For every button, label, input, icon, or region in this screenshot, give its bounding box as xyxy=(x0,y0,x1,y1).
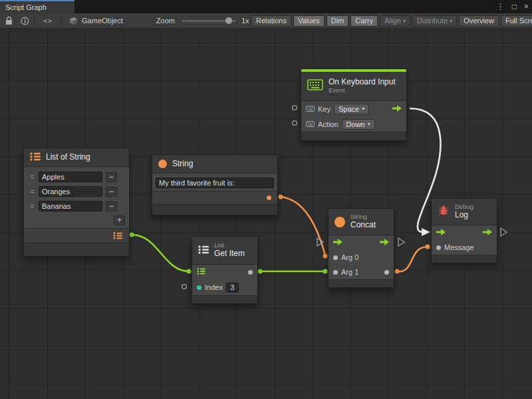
remove-item-button[interactable]: − xyxy=(106,201,117,211)
node-title: String xyxy=(172,160,193,169)
wire-string-to-concat[interactable] xyxy=(281,197,325,255)
keycode-type-icon xyxy=(306,120,315,128)
drag-handle-icon[interactable]: = xyxy=(29,202,35,210)
node-header: On Keyboard Input Event xyxy=(301,72,406,101)
graph-canvas[interactable]: On Keyboard Input Event Key Space ▾ Acti… xyxy=(0,29,532,399)
carry-button[interactable]: Carry xyxy=(350,15,378,27)
zoom-label: Zoom xyxy=(156,17,175,25)
add-row: + xyxy=(29,214,125,226)
node-debug-log[interactable]: Debug Log Message xyxy=(431,198,497,263)
flow-out-port[interactable] xyxy=(380,239,389,247)
key-dropdown[interactable]: Space ▾ xyxy=(334,104,369,114)
drag-handle-icon[interactable]: = xyxy=(29,173,35,181)
chevron-down-icon: ▾ xyxy=(362,106,364,112)
index-row: Index xyxy=(192,279,257,295)
node-footer xyxy=(329,279,394,287)
maximize-icon[interactable]: □ xyxy=(512,2,517,11)
list-item-input[interactable] xyxy=(39,201,102,211)
remove-item-button[interactable]: − xyxy=(106,187,117,197)
zoom-slider[interactable] xyxy=(182,16,236,25)
wire-knob-icon xyxy=(279,195,283,200)
list-icon xyxy=(198,245,209,257)
port-index-input[interactable] xyxy=(182,285,187,289)
flow-out-port[interactable] xyxy=(392,105,402,113)
node-header: List Get Item xyxy=(192,237,257,265)
node-on-keyboard-input[interactable]: On Keyboard Input Event Key Space ▾ Acti… xyxy=(301,68,407,141)
list-item-input[interactable] xyxy=(39,186,102,197)
port-log-flow-out[interactable] xyxy=(501,228,507,236)
list-output-port[interactable] xyxy=(113,230,122,242)
node-get-item[interactable]: List Get Item Index xyxy=(192,236,258,304)
list-item-input[interactable] xyxy=(39,172,102,182)
action-dropdown[interactable]: Down ▾ xyxy=(342,119,375,130)
toolbar-separator xyxy=(61,16,62,25)
arg0-input-port[interactable] xyxy=(333,255,338,260)
wire-concat-to-log[interactable] xyxy=(397,247,428,271)
wire-list-to-getitem[interactable] xyxy=(132,235,189,271)
string-output-port[interactable] xyxy=(267,196,271,200)
close-icon[interactable]: × xyxy=(524,2,529,11)
flow-in-port[interactable] xyxy=(333,239,342,247)
node-subtitle: Event xyxy=(329,87,396,94)
list-io-row xyxy=(192,265,257,279)
node-string-concat[interactable]: String Concat Arg 0 Arg 1 xyxy=(328,208,394,288)
result-output-port[interactable] xyxy=(384,270,389,275)
index-label: Index xyxy=(205,283,223,291)
lock-icon[interactable] xyxy=(5,17,13,25)
toolbar-buttons: Relations Values Dim Carry Align▾ Distri… xyxy=(249,15,532,27)
port-concat-flow-out[interactable] xyxy=(398,238,404,246)
index-input[interactable] xyxy=(226,283,239,293)
fullscreen-button[interactable]: Full Screen xyxy=(501,15,532,27)
node-title: Concat xyxy=(350,221,376,230)
bug-icon xyxy=(438,205,450,219)
port-action-input[interactable] xyxy=(293,121,297,126)
node-footer xyxy=(152,204,277,215)
overview-button[interactable]: Overview xyxy=(459,15,499,27)
values-button[interactable]: Values xyxy=(293,15,325,27)
distribute-button: Distribute▾ xyxy=(412,15,457,27)
window-menu-icon[interactable]: ⋮ xyxy=(497,2,505,11)
flow-row xyxy=(432,225,497,240)
flow-out-port[interactable] xyxy=(483,229,492,237)
flow-in-port[interactable] xyxy=(436,229,446,237)
title-bar: Script Graph ⋮ □ × xyxy=(0,0,532,13)
unity-cube-icon xyxy=(69,17,78,25)
node-footer xyxy=(301,132,406,140)
node-string-literal[interactable]: String xyxy=(152,154,278,215)
node-header: Debug Log xyxy=(432,199,497,225)
index-input-port[interactable] xyxy=(197,285,201,290)
target-label[interactable]: GameObject xyxy=(82,17,123,25)
dim-button[interactable]: Dim xyxy=(327,15,349,27)
list-icon xyxy=(30,152,41,164)
item-output-port[interactable] xyxy=(248,270,253,275)
keyboard-icon xyxy=(307,79,323,93)
node-list-of-string[interactable]: List of String = − = − = − + xyxy=(23,148,130,257)
node-title: List of String xyxy=(46,153,90,162)
node-ports xyxy=(24,228,129,243)
list-input-port[interactable] xyxy=(197,268,205,276)
message-label: Message xyxy=(444,243,474,251)
code-icon[interactable]: <> xyxy=(43,17,53,25)
wire-knob-icon xyxy=(323,269,328,274)
zoom-slider-handle[interactable] xyxy=(225,17,232,24)
list-item: = − xyxy=(29,170,125,184)
toolbar-separator xyxy=(34,16,35,25)
add-item-button[interactable]: + xyxy=(114,215,125,225)
flow-row xyxy=(329,235,394,250)
node-title: Get Item xyxy=(214,249,245,259)
keycode-type-icon xyxy=(306,105,315,113)
tab-script-graph[interactable]: Script Graph xyxy=(0,0,74,13)
message-input-port[interactable] xyxy=(436,245,441,250)
port-key-input[interactable] xyxy=(293,106,297,110)
relations-button[interactable]: Relations xyxy=(251,15,291,27)
arg0-label: Arg 0 xyxy=(341,253,358,261)
action-label: Action xyxy=(318,120,338,128)
remove-item-button[interactable]: − xyxy=(106,172,117,182)
drag-handle-icon[interactable]: = xyxy=(29,188,35,196)
info-icon[interactable] xyxy=(21,17,29,25)
wire-flow-arrowhead-icon xyxy=(422,228,430,236)
string-value-input[interactable] xyxy=(156,178,274,188)
arg1-input-port[interactable] xyxy=(333,270,338,275)
chevron-down-icon: ▾ xyxy=(450,18,452,24)
arg1-row: Arg 1 xyxy=(329,265,394,279)
